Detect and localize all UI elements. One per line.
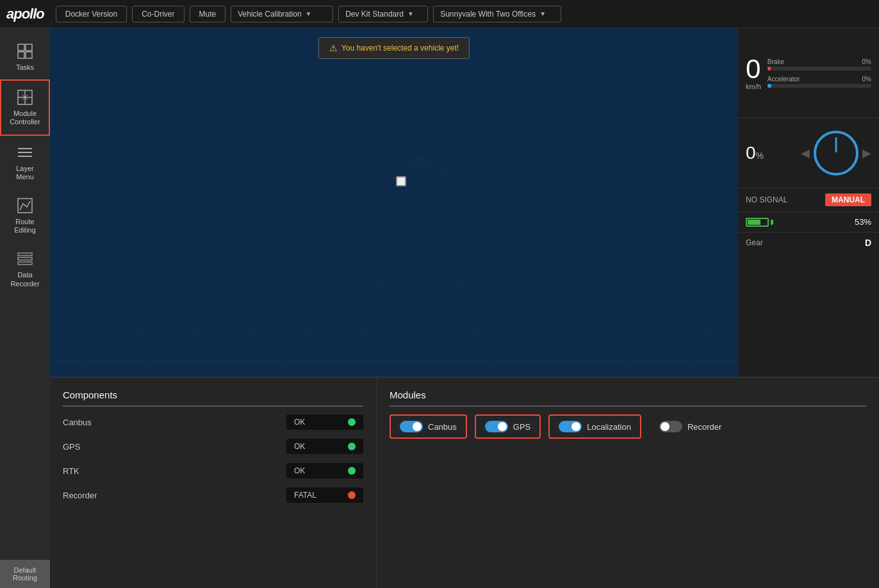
sidebar-item-module-controller[interactable]: ModuleController [0, 79, 50, 135]
svg-rect-2 [18, 52, 24, 58]
svg-rect-0 [18, 44, 24, 51]
gps-toggle-knob [498, 422, 507, 431]
docker-version-button[interactable]: Docker Version [56, 6, 127, 22]
module-toggle-recorder[interactable]: Recorder [649, 414, 732, 439]
alert-message: You haven't selected a vehicle yet! [341, 44, 459, 53]
speed-unit: km/h [746, 83, 761, 90]
svg-rect-15 [18, 262, 32, 265]
steer-right-icon: ▶ [862, 146, 871, 160]
status-dot-canbus [348, 418, 356, 426]
steering-needle [835, 137, 837, 152]
mute-button[interactable]: Mute [190, 6, 226, 22]
recorder-module-label: Recorder [687, 422, 721, 432]
component-name-canbus: Canbus [63, 418, 114, 427]
status-text-rtk: OK [294, 466, 305, 475]
steering-value: 0% [746, 143, 764, 163]
localization-module-label: Localization [587, 422, 631, 432]
status-badge-rtk: OK [286, 463, 363, 478]
accelerator-percent: 0% [862, 76, 871, 83]
speed-section: 0 km/h Brake 0% [738, 28, 879, 118]
default-routing-button[interactable]: DefaultRouting [0, 560, 50, 588]
sidebar-item-tasks[interactable]: Tasks [0, 35, 50, 79]
map-grid-svg [50, 28, 738, 377]
gps-toggle-switch [485, 421, 508, 432]
battery-body [746, 218, 769, 227]
svg-rect-14 [18, 257, 32, 260]
accelerator-bar [768, 84, 871, 88]
dev-kit-arrow-icon: ▼ [407, 10, 414, 17]
status-dot-recorder [348, 491, 356, 499]
canbus-toggle-knob [413, 422, 422, 431]
steering-section: 0% ◀ ▶ [738, 118, 879, 188]
gear-section: Gear D [738, 233, 879, 253]
battery-tip [771, 220, 773, 225]
canbus-toggle-switch [400, 421, 423, 432]
vehicle-marker [396, 176, 406, 186]
tasks-label: Tasks [16, 63, 34, 72]
signal-section: NO SIGNAL MANUAL [738, 188, 879, 212]
accelerator-fill [768, 84, 771, 88]
layer-menu-icon [16, 143, 34, 161]
status-dot-rtk [348, 467, 356, 475]
status-badge-gps: OK [286, 439, 363, 454]
data-recorder-label: DataRecorder [10, 271, 39, 288]
brake-gauge: Brake 0% [768, 58, 871, 70]
battery-icon [746, 218, 773, 227]
component-row-gps: GPS OK [63, 439, 363, 454]
components-panel: Components Canbus OK GPS OK [50, 378, 377, 588]
svg-rect-1 [26, 44, 32, 51]
top-nav: apollo Docker Version Co-Driver Mute Veh… [0, 0, 879, 28]
components-title: Components [63, 389, 363, 407]
component-row-canbus: Canbus OK [63, 414, 363, 430]
sidebar-item-data-recorder[interactable]: DataRecorder [0, 242, 50, 295]
battery-percent: 53% [855, 217, 871, 227]
alert-box: ⚠ You haven't selected a vehicle yet! [318, 37, 470, 59]
recorder-toggle-switch [659, 421, 682, 432]
layer-menu-label: LayerMenu [16, 165, 34, 181]
sidebar-item-route-editing[interactable]: RouteEditing [0, 189, 50, 242]
location-select[interactable]: Sunnyvale With Two Offices ▼ [433, 6, 561, 22]
status-dot-gps [348, 443, 356, 450]
accelerator-gauge: Accelerator 0% [768, 76, 871, 88]
svg-rect-16 [50, 28, 738, 377]
svg-rect-3 [26, 52, 32, 58]
gear-label: Gear [746, 238, 763, 247]
component-name-recorder: Recorder [63, 491, 114, 500]
vehicle-calibration-select[interactable]: Vehicle Calibration ▼ [231, 6, 333, 22]
svg-rect-13 [18, 253, 32, 256]
accelerator-label: Accelerator [768, 76, 800, 83]
main-layout: Tasks ModuleController [0, 28, 879, 588]
modules-panel: Modules Canbus GPS [377, 378, 879, 588]
alert-icon: ⚠ [329, 43, 338, 53]
module-toggle-canbus[interactable]: Canbus [390, 414, 467, 439]
logo: apollo [6, 6, 44, 22]
gps-module-label: GPS [513, 422, 530, 432]
status-text-canbus: OK [294, 418, 305, 427]
route-editing-label: RouteEditing [14, 218, 36, 234]
recorder-toggle-knob [661, 422, 670, 431]
mode-badge: MANUAL [825, 193, 871, 206]
component-row-recorder: Recorder FATAL [63, 487, 363, 503]
status-text-recorder: FATAL [294, 491, 316, 500]
localization-toggle-switch [559, 421, 582, 432]
component-row-rtk: RTK OK [63, 463, 363, 478]
gauges: Brake 0% Accelerator 0% [768, 58, 871, 88]
brake-fill [768, 67, 771, 70]
sidebar-item-layer-menu[interactable]: LayerMenu [0, 136, 50, 189]
canbus-module-label: Canbus [428, 422, 457, 432]
speed-value: 0 [746, 56, 760, 83]
co-driver-button[interactable]: Co-Driver [132, 6, 184, 22]
map-area[interactable]: ⚠ You haven't selected a vehicle yet! [50, 28, 738, 377]
location-arrow-icon: ▼ [539, 10, 546, 17]
module-controller-label: ModuleController [10, 110, 40, 126]
steering-wheel [814, 131, 858, 176]
dev-kit-select[interactable]: Dev Kit Standard ▼ [338, 6, 428, 22]
data-recorder-icon [16, 250, 34, 268]
steering-arrows: ◀ ▶ [801, 131, 871, 176]
status-badge-canbus: OK [286, 414, 363, 430]
modules-title: Modules [390, 389, 866, 407]
module-controller-icon [16, 88, 34, 106]
module-toggle-gps[interactable]: GPS [475, 414, 541, 439]
module-toggle-localization[interactable]: Localization [548, 414, 641, 439]
bottom-panel: Components Canbus OK GPS OK [50, 377, 879, 588]
